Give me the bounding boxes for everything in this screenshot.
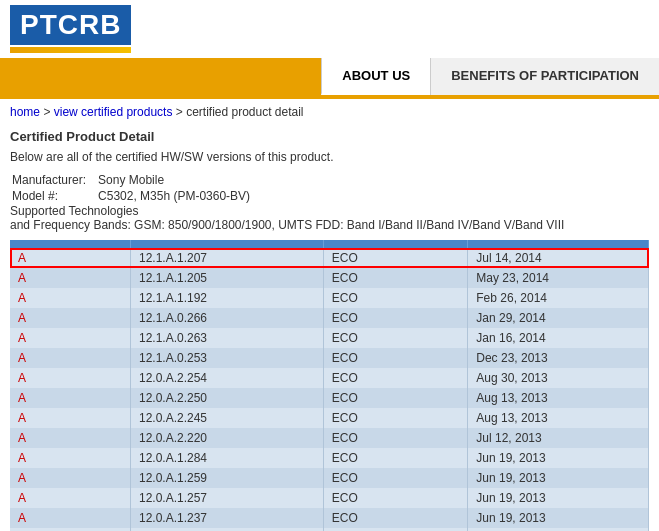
table-row: A12.0.A.1.259ECOJun 19, 2013: [10, 468, 649, 488]
cell-1-1: 12.1.A.1.205: [130, 268, 323, 288]
breadcrumb-sep1: >: [43, 105, 53, 119]
cell-3-0: A: [10, 308, 130, 328]
cell-13-0: A: [10, 508, 130, 528]
cell-1-3: May 23, 2014: [468, 268, 649, 288]
page-title: Certified Product Detail: [10, 129, 649, 144]
table-row: A12.0.A.1.257ECOJun 19, 2013: [10, 488, 649, 508]
cell-0-2: ECO: [323, 248, 468, 268]
cell-2-2: ECO: [323, 288, 468, 308]
cell-0-1: 12.1.A.1.207: [130, 248, 323, 268]
table-row: A12.0.A.1.284ECOJun 19, 2013: [10, 448, 649, 468]
cell-7-0: A: [10, 388, 130, 408]
nav-bar: ABOUT US BENEFITS OF PARTICIPATION: [0, 58, 659, 95]
model-label: Model #:: [10, 188, 96, 204]
cell-10-3: Jun 19, 2013: [468, 448, 649, 468]
cell-5-3: Dec 23, 2013: [468, 348, 649, 368]
cell-4-1: 12.1.A.0.263: [130, 328, 323, 348]
cell-11-0: A: [10, 468, 130, 488]
cell-11-1: 12.0.A.1.259: [130, 468, 323, 488]
table-row: A12.1.A.0.266ECOJan 29, 2014: [10, 308, 649, 328]
nav-about-us[interactable]: ABOUT US: [321, 58, 430, 95]
cell-12-2: ECO: [323, 488, 468, 508]
table-row: A12.1.A.1.192ECOFeb 26, 2014: [10, 288, 649, 308]
main-content: Certified Product Detail Below are all o…: [0, 125, 659, 531]
cell-8-0: A: [10, 408, 130, 428]
table-row: A12.1.A.0.263ECOJan 16, 2014: [10, 328, 649, 348]
table-row: A12.0.A.2.220ECOJul 12, 2013: [10, 428, 649, 448]
cell-8-3: Aug 13, 2013: [468, 408, 649, 428]
cell-10-2: ECO: [323, 448, 468, 468]
cell-1-0: A: [10, 268, 130, 288]
cell-10-0: A: [10, 448, 130, 468]
bands-value: GSM: 850/900/1800/1900, UMTS FDD: Band I…: [134, 218, 564, 232]
cell-3-3: Jan 29, 2014: [468, 308, 649, 328]
breadcrumb: home > view certified products > certifi…: [0, 99, 659, 125]
table-row: A12.1.A.1.207ECOJul 14, 2014: [10, 248, 649, 268]
cell-6-1: 12.0.A.2.254: [130, 368, 323, 388]
header-top: PTCRB: [0, 0, 659, 58]
product-info: Manufacturer: Sony Mobile Model #: C5302…: [10, 172, 649, 232]
cell-12-0: A: [10, 488, 130, 508]
bands-label: and Frequency Bands:: [10, 218, 131, 232]
cell-9-0: A: [10, 428, 130, 448]
manufacturer-label: Manufacturer:: [10, 172, 96, 188]
model-row: Model #: C5302, M35h (PM-0360-BV): [10, 188, 252, 204]
cell-0-0: A: [10, 248, 130, 268]
cell-9-3: Jul 12, 2013: [468, 428, 649, 448]
breadcrumb-current: certified product detail: [186, 105, 303, 119]
cell-4-3: Jan 16, 2014: [468, 328, 649, 348]
cell-13-2: ECO: [323, 508, 468, 528]
cell-5-1: 12.1.A.0.253: [130, 348, 323, 368]
versions-table: A12.1.A.1.207ECOJul 14, 2014A12.1.A.1.20…: [10, 240, 649, 531]
cell-12-1: 12.0.A.1.257: [130, 488, 323, 508]
cell-9-2: ECO: [323, 428, 468, 448]
cell-5-0: A: [10, 348, 130, 368]
nav-benefits[interactable]: BENEFITS OF PARTICIPATION: [430, 58, 659, 95]
table-header: [10, 240, 649, 248]
breadcrumb-sep2: >: [176, 105, 186, 119]
col-header-3: [323, 240, 468, 248]
breadcrumb-view-certified[interactable]: view certified products: [54, 105, 173, 119]
table-body: A12.1.A.1.207ECOJul 14, 2014A12.1.A.1.20…: [10, 248, 649, 531]
cell-12-3: Jun 19, 2013: [468, 488, 649, 508]
cell-8-2: ECO: [323, 408, 468, 428]
cell-9-1: 12.0.A.2.220: [130, 428, 323, 448]
manufacturer-row: Manufacturer: Sony Mobile: [10, 172, 252, 188]
cell-1-2: ECO: [323, 268, 468, 288]
cell-7-3: Aug 13, 2013: [468, 388, 649, 408]
cell-4-0: A: [10, 328, 130, 348]
col-header-1: [10, 240, 130, 248]
table-row: A12.0.A.2.245ECOAug 13, 2013: [10, 408, 649, 428]
cell-10-1: 12.0.A.1.284: [130, 448, 323, 468]
cell-6-2: ECO: [323, 368, 468, 388]
table-row: A12.1.A.1.205ECOMay 23, 2014: [10, 268, 649, 288]
cell-13-1: 12.0.A.1.237: [130, 508, 323, 528]
page-description: Below are all of the certified HW/SW ver…: [10, 150, 649, 164]
logo: PTCRB: [10, 5, 131, 45]
table-row: A12.0.A.1.237ECOJun 19, 2013: [10, 508, 649, 528]
cell-0-3: Jul 14, 2014: [468, 248, 649, 268]
header-row: [10, 240, 649, 248]
breadcrumb-home[interactable]: home: [10, 105, 40, 119]
col-header-4: [468, 240, 649, 248]
cell-6-3: Aug 30, 2013: [468, 368, 649, 388]
model-value: C5302, M35h (PM-0360-BV): [96, 188, 252, 204]
cell-13-3: Jun 19, 2013: [468, 508, 649, 528]
cell-7-1: 12.0.A.2.250: [130, 388, 323, 408]
cell-2-0: A: [10, 288, 130, 308]
col-header-2: [130, 240, 323, 248]
table-row: A12.0.A.2.254ECOAug 30, 2013: [10, 368, 649, 388]
table-row: A12.1.A.0.253ECODec 23, 2013: [10, 348, 649, 368]
manufacturer-value: Sony Mobile: [96, 172, 252, 188]
cell-7-2: ECO: [323, 388, 468, 408]
cell-11-2: ECO: [323, 468, 468, 488]
header: PTCRB ABOUT US BENEFITS OF PARTICIPATION: [0, 0, 659, 99]
cell-8-1: 12.0.A.2.245: [130, 408, 323, 428]
cell-11-3: Jun 19, 2013: [468, 468, 649, 488]
cell-3-2: ECO: [323, 308, 468, 328]
cell-4-2: ECO: [323, 328, 468, 348]
cell-2-1: 12.1.A.1.192: [130, 288, 323, 308]
cell-5-2: ECO: [323, 348, 468, 368]
product-info-table: Manufacturer: Sony Mobile Model #: C5302…: [10, 172, 252, 204]
cell-6-0: A: [10, 368, 130, 388]
